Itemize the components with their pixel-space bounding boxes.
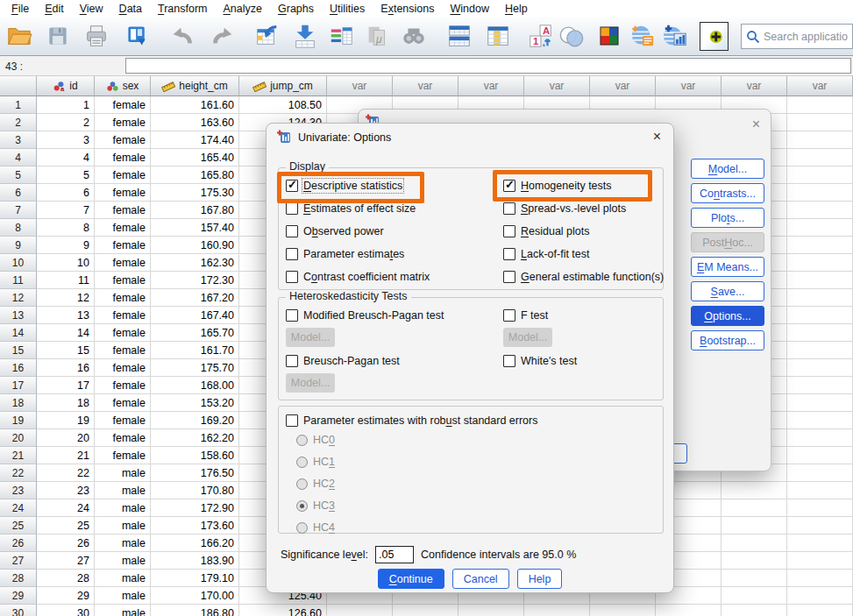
cell-sex[interactable]: female — [95, 447, 151, 464]
model-button[interactable]: Model... — [691, 159, 764, 179]
checkbox-spread-vs-level-plots[interactable]: Spread-vs.-level plots — [503, 202, 626, 216]
cell-id[interactable]: 11 — [37, 272, 95, 289]
column-header-var[interactable]: var — [590, 76, 656, 96]
cell-height[interactable]: 169.20 — [151, 412, 239, 429]
cancel-button[interactable]: Cancel — [452, 569, 509, 589]
open-data-icon[interactable] — [5, 22, 33, 50]
checkbox-modified-breusch-pagan[interactable]: Modified Breusch-Pagan test — [286, 308, 444, 322]
cell-sex[interactable]: female — [95, 394, 151, 412]
row-number[interactable]: 1 — [0, 96, 37, 114]
cell-empty[interactable] — [787, 429, 853, 447]
cell-empty[interactable] — [787, 272, 853, 289]
cell-id[interactable]: 10 — [37, 254, 95, 272]
cell-empty[interactable] — [787, 342, 853, 359]
cell-empty[interactable] — [787, 219, 853, 237]
row-number[interactable]: 18 — [0, 394, 37, 412]
customize-toolbar-button[interactable] — [700, 22, 729, 51]
cell-empty[interactable] — [787, 324, 853, 342]
goto-variable-icon[interactable] — [291, 22, 319, 50]
em-means-button[interactable]: EM Means... — [691, 257, 764, 277]
cell-sex[interactable]: male — [95, 482, 151, 499]
web-chart-icon[interactable] — [661, 22, 689, 50]
cell-height[interactable]: 179.10 — [151, 570, 239, 587]
search-input[interactable] — [764, 31, 848, 43]
continue-button[interactable]: Continue — [378, 569, 444, 589]
row-number[interactable]: 2 — [0, 114, 37, 131]
cell-empty[interactable] — [787, 499, 853, 517]
cell-height[interactable]: 162.20 — [151, 429, 239, 447]
options-button[interactable]: Options... — [691, 306, 764, 326]
cell-id[interactable]: 18 — [37, 394, 95, 412]
cell-height[interactable]: 173.60 — [151, 517, 239, 535]
cell-height[interactable]: 186.80 — [151, 605, 239, 616]
cell-id[interactable]: 30 — [37, 605, 95, 616]
row-number[interactable]: 21 — [0, 447, 37, 464]
menu-window[interactable]: Window — [442, 2, 496, 16]
cell-sex[interactable]: female — [95, 342, 151, 359]
row-number[interactable]: 27 — [0, 552, 37, 570]
cell-sex[interactable]: female — [95, 114, 151, 131]
column-header-jump-cm[interactable]: jump_cm — [239, 76, 327, 96]
checkbox-lack-of-fit-test[interactable]: Lack-of-fit test — [503, 247, 590, 261]
row-number[interactable]: 28 — [0, 570, 37, 587]
cell-empty[interactable] — [787, 237, 853, 254]
significance-level-input[interactable] — [375, 546, 414, 563]
column-header-height-cm[interactable]: height_cm — [151, 76, 239, 96]
cell-height[interactable]: 163.60 — [151, 114, 239, 131]
row-number[interactable]: 7 — [0, 202, 37, 219]
cell-empty[interactable] — [787, 166, 853, 184]
insert-variable-icon[interactable] — [484, 22, 512, 50]
cell-empty[interactable] — [721, 605, 787, 616]
plots-button[interactable]: Plots... — [691, 208, 764, 228]
cell-sex[interactable]: male — [95, 517, 151, 535]
cell-height[interactable]: 183.90 — [151, 552, 239, 570]
cell-sex[interactable]: female — [95, 202, 151, 219]
cell-id[interactable]: 13 — [37, 307, 95, 324]
cell-id[interactable]: 28 — [37, 570, 95, 587]
cell-id[interactable]: 6 — [37, 184, 95, 202]
checkbox-robust-standard-errors[interactable]: Parameter estimates with robust standard… — [286, 414, 537, 428]
cell-id[interactable]: 29 — [37, 587, 95, 605]
corner-header-cell[interactable] — [0, 76, 37, 96]
cell-height[interactable]: 170.00 — [151, 587, 239, 605]
row-number[interactable]: 13 — [0, 307, 37, 324]
cell-jump[interactable]: 108.50 — [239, 96, 327, 114]
cell-height[interactable]: 175.30 — [151, 184, 239, 202]
column-header-id[interactable]: a id — [37, 76, 95, 96]
close-icon[interactable]: × — [752, 118, 760, 131]
checkbox-whites-test[interactable]: White's test — [503, 354, 577, 368]
row-number[interactable]: 19 — [0, 412, 37, 429]
cell-sex[interactable]: female — [95, 412, 151, 429]
menu-utilities[interactable]: Utilities — [322, 2, 373, 16]
checkbox-residual-plots[interactable]: Residual plots — [503, 224, 590, 238]
cell-sex[interactable]: female — [95, 131, 151, 149]
cell-id[interactable]: 12 — [37, 289, 95, 307]
checkbox-general-estimable-functions[interactable]: General estimable function(s) — [503, 270, 664, 284]
cell-empty[interactable] — [787, 587, 853, 605]
cell-id[interactable]: 21 — [37, 447, 95, 464]
row-number[interactable]: 12 — [0, 289, 37, 307]
cell-height[interactable]: 174.40 — [151, 131, 239, 149]
row-number[interactable]: 5 — [0, 166, 37, 184]
row-number[interactable]: 17 — [0, 377, 37, 394]
row-number[interactable]: 14 — [0, 324, 37, 342]
cell-empty[interactable] — [787, 307, 853, 324]
column-header-var[interactable]: var — [327, 76, 393, 96]
cell-sex[interactable]: female — [95, 324, 151, 342]
cell-height[interactable]: 162.30 — [151, 254, 239, 272]
row-number[interactable]: 11 — [0, 272, 37, 289]
cell-empty[interactable] — [787, 570, 853, 587]
cell-height[interactable]: 167.40 — [151, 307, 239, 324]
row-number[interactable]: 10 — [0, 254, 37, 272]
cell-height[interactable]: 157.40 — [151, 219, 239, 237]
menu-edit[interactable]: Edit — [37, 2, 72, 16]
row-number[interactable]: 30 — [0, 605, 37, 616]
cell-sex[interactable]: female — [95, 184, 151, 202]
cell-empty[interactable] — [721, 552, 787, 570]
cell-empty[interactable] — [393, 605, 458, 616]
cell-height[interactable]: 168.00 — [151, 377, 239, 394]
checkbox-observed-power[interactable]: Observed power — [286, 224, 384, 238]
cell-id[interactable]: 20 — [37, 429, 95, 447]
help-button[interactable]: Help — [517, 569, 563, 589]
cell-height[interactable]: 167.80 — [151, 202, 239, 219]
